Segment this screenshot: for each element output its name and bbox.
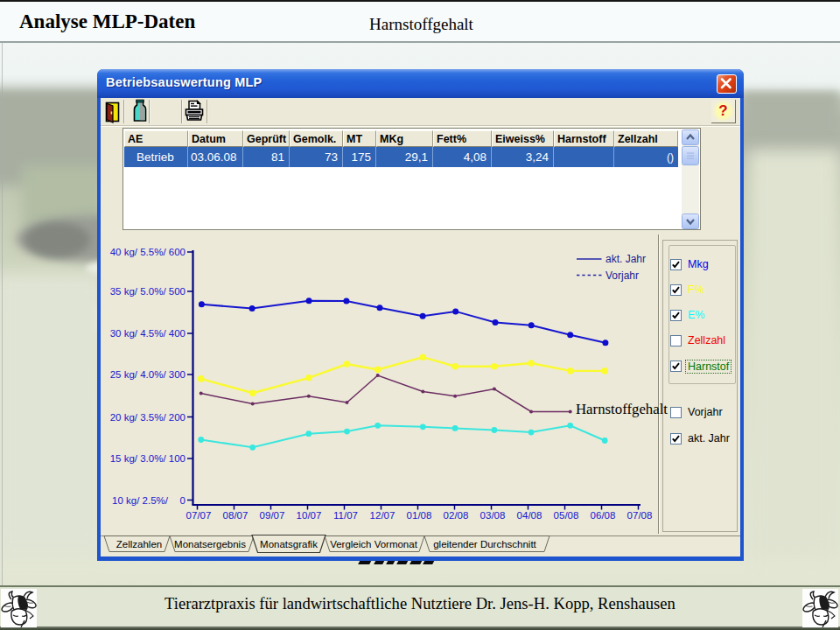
svg-text:06/08: 06/08 — [591, 510, 616, 521]
svg-text:Monatsergebnis: Monatsergebnis — [174, 539, 246, 550]
svg-text:10 kg/ 2.5%/: 10 kg/ 2.5%/ — [112, 495, 169, 506]
svg-text:40 kg/ 5.5%/ 600: 40 kg/ 5.5%/ 600 — [110, 247, 186, 257]
svg-text:Vergleich Vormonat: Vergleich Vormonat — [330, 539, 418, 550]
svg-text:07/07: 07/07 — [186, 510, 212, 521]
svg-text:Monatsgrafik: Monatsgrafik — [260, 539, 318, 550]
svg-text:35 kg/ 5.0%/ 500: 35 kg/ 5.0%/ 500 — [110, 286, 186, 297]
svg-text:25 kg/ 4.0%/ 300: 25 kg/ 4.0%/ 300 — [110, 369, 186, 380]
svg-text:30 kg/ 4.5%/ 400: 30 kg/ 4.5%/ 400 — [110, 328, 186, 339]
svg-text:02/08: 02/08 — [444, 510, 469, 521]
svg-text:10/07: 10/07 — [297, 510, 322, 521]
svg-text:11/07: 11/07 — [333, 510, 358, 521]
svg-text:0: 0 — [180, 495, 186, 506]
svg-text:01/08: 01/08 — [407, 510, 432, 521]
svg-text:20 kg/ 3.5%/ 200: 20 kg/ 3.5%/ 200 — [110, 412, 186, 423]
svg-text:gleitender Durchschnitt: gleitender Durchschnitt — [433, 539, 536, 550]
svg-text:15 kg/ 3.0%/ 100: 15 kg/ 3.0%/ 100 — [110, 453, 186, 464]
svg-text:05/08: 05/08 — [554, 510, 579, 521]
svg-text:12/07: 12/07 — [370, 510, 396, 521]
svg-text:08/07: 08/07 — [223, 510, 248, 521]
svg-text:akt. Jahr: akt. Jahr — [606, 253, 646, 265]
svg-text:04/08: 04/08 — [517, 510, 542, 521]
svg-text:Zellzahlen: Zellzahlen — [116, 539, 162, 550]
svg-text:Vorjahr: Vorjahr — [606, 270, 639, 282]
svg-text:09/07: 09/07 — [260, 510, 285, 521]
svg-text:07/08: 07/08 — [627, 510, 653, 521]
svg-text:03/08: 03/08 — [480, 510, 506, 521]
